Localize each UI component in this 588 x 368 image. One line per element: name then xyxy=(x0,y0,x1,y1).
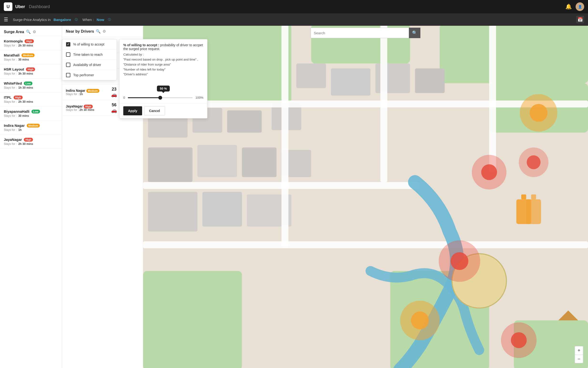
surge-area-item[interactable]: Kormongla High Stays for : 2h 30 mins xyxy=(0,36,62,50)
drivers-filter-icon[interactable]: ⚙ xyxy=(103,29,106,34)
svg-rect-5 xyxy=(143,271,242,368)
app-title: Uber xyxy=(15,4,25,9)
tooltip-calc-item: "Distance of rider from surge area" xyxy=(123,62,203,67)
area-stays: Stays for : 2h 30 mins xyxy=(4,142,58,146)
svg-point-33 xyxy=(481,164,497,180)
svg-rect-28 xyxy=(489,26,496,172)
checkbox-label: Availabilty of driver xyxy=(73,63,101,67)
surge-search-icon[interactable]: 🔍 xyxy=(26,29,31,34)
zoom-in-button[interactable]: + xyxy=(575,346,583,355)
vehicle-count: 56 xyxy=(112,102,116,108)
surge-filter-icon[interactable]: ⚙ xyxy=(33,29,36,34)
tooltip-calc-list: "Past reecord based on drop , pick up po… xyxy=(123,57,203,77)
slider-value-bubble: 50 % xyxy=(157,86,170,92)
slider-fill xyxy=(128,97,160,98)
svg-point-31 xyxy=(530,104,548,122)
svg-rect-14 xyxy=(242,147,277,177)
area-name: BiyapannaHalli Low xyxy=(4,109,58,113)
area-badge: Low xyxy=(31,110,40,113)
checkbox[interactable] xyxy=(66,73,70,77)
user-avatar[interactable]: 👤 xyxy=(576,2,584,11)
map-background[interactable] xyxy=(143,26,588,368)
driver-badge: High xyxy=(84,105,93,109)
apply-button[interactable]: Apply xyxy=(123,106,142,115)
search-icon: 🔍 xyxy=(412,30,417,36)
slider-track[interactable] xyxy=(128,97,193,98)
surge-area-title: Surge Area xyxy=(4,30,24,34)
checkbox[interactable] xyxy=(66,42,70,46)
checkbox[interactable] xyxy=(66,52,70,57)
cancel-button[interactable]: Cancel xyxy=(144,106,165,115)
checkbox[interactable] xyxy=(66,63,70,67)
surge-area-item[interactable]: Indira Nagar Medium Stays for : 1h xyxy=(0,121,62,135)
hamburger-menu-icon[interactable]: ☰ xyxy=(4,17,8,22)
checkbox-label: % of willing to accept xyxy=(73,42,104,46)
filter-checkbox-row[interactable]: % of willing to accept xyxy=(62,39,117,50)
svg-rect-17 xyxy=(202,192,242,226)
area-badge: Low xyxy=(24,82,32,85)
area-name: HSR Layout High xyxy=(4,67,58,71)
slider-section: 50 % 0 100% xyxy=(120,84,207,103)
city-info-icon[interactable]: ⓘ xyxy=(75,18,78,22)
action-buttons: Apply Cancel xyxy=(120,103,207,118)
checkbox-label: Time taken to reach xyxy=(73,53,103,56)
surge-area-panel: Surge Area 🔍 ⚙ Kormongla High Stays for … xyxy=(0,26,62,368)
tooltip-calc-item: "Number of rides left for today" xyxy=(123,67,203,72)
area-badge: High xyxy=(24,138,33,142)
svg-rect-16 xyxy=(148,192,197,231)
filter-checkbox-row[interactable]: Availabilty of driver xyxy=(62,60,117,70)
surge-area-item[interactable]: HSR Layout High Stays for : 3h 30 mins xyxy=(0,64,62,78)
svg-rect-43 xyxy=(521,194,526,200)
tooltip-calc-item: "Past reecord based on drop , pick up po… xyxy=(123,57,203,62)
area-stays: Stays for : 1h 30 mins xyxy=(4,86,58,89)
surge-area-item[interactable]: WhiteFiled Low Stays for : 1h 30 mins xyxy=(0,78,62,92)
checkbox-label: Top perfromer xyxy=(73,73,94,77)
map-section: 🔍 + − % of willing to accept Time taken … xyxy=(143,26,588,368)
driver-area-name: Indira Nagar Medium xyxy=(66,89,104,92)
driver-stays: Stays for : 2h 30 mins xyxy=(66,108,104,111)
zoom-out-button[interactable]: − xyxy=(575,355,583,363)
tooltip-content: % of willing to accept : probability of … xyxy=(120,39,207,84)
area-name: Indira Nagar Medium xyxy=(4,123,58,128)
area-stays: Stays for : 3h 30 mins xyxy=(4,72,58,75)
surge-area-item[interactable]: Marathali Medium Stays for : 30 mins xyxy=(0,50,62,64)
svg-rect-19 xyxy=(296,63,326,88)
area-stays: Stays for : 2h 30 mins xyxy=(4,44,58,47)
surge-area-item[interactable]: BiyapannaHalli Low Stays for : 30 mins xyxy=(0,107,62,121)
map-search-bar: 🔍 xyxy=(311,28,420,38)
area-badge: Medium xyxy=(21,53,35,57)
filter-checkbox-row[interactable]: Top perfromer xyxy=(62,70,117,80)
vehicle-icon: 🚗 xyxy=(111,108,117,113)
right-content: Near by Drivers 🔍 ⚙ WhiteFiled Low Stays… xyxy=(62,26,588,368)
driver-badge: Medium xyxy=(86,89,100,93)
surge-area-item[interactable]: JayaNagar High Stays for : 2h 30 mins xyxy=(0,135,62,149)
area-badge: High xyxy=(14,96,23,99)
area-stays: Stays for : 30 mins xyxy=(4,58,58,61)
app-subtitle: Dashboard xyxy=(29,4,50,9)
surge-area-header: Surge Area 🔍 ⚙ xyxy=(0,26,62,36)
filter-checkbox-row[interactable]: Time taken to reach xyxy=(62,50,117,60)
sub-navigation: ☰ Surge-Price Analytics in Bangalore ⓘ W… xyxy=(0,13,588,26)
vehicle-count: 23 xyxy=(112,87,116,92)
tooltip-calc-item: "Driver's address" xyxy=(123,72,203,77)
calendar-icon[interactable]: 📅 xyxy=(576,16,584,23)
when-label: When : xyxy=(83,18,94,22)
nearby-drivers-title: Near by Drivers xyxy=(66,29,94,34)
area-stays: Stays for : 1h xyxy=(4,128,58,132)
when-value[interactable]: Now xyxy=(97,18,104,22)
when-info-icon[interactable]: ⓘ xyxy=(108,18,111,22)
map-search-button[interactable]: 🔍 xyxy=(409,28,420,38)
tooltip-title-bold: % of willing to accept : xyxy=(123,43,159,47)
driver-stays: Stays for : 1h xyxy=(66,92,104,96)
area-name: Marathali Medium xyxy=(4,53,58,57)
drivers-search-icon[interactable]: 🔍 xyxy=(96,29,101,34)
city-label[interactable]: Bangalore xyxy=(53,18,71,22)
vehicle-item: 56 🚗 xyxy=(111,102,117,113)
notification-bell-icon[interactable]: 🔔 xyxy=(565,4,572,10)
map-search-input[interactable] xyxy=(311,28,409,38)
area-name: WhiteFiled Low xyxy=(4,81,58,85)
slider-thumb[interactable] xyxy=(158,96,162,100)
svg-rect-45 xyxy=(531,194,536,200)
surge-area-item[interactable]: ITPL High Stays for : 2h 30 mins xyxy=(0,92,62,107)
vehicle-icon: 🚗 xyxy=(111,92,117,98)
